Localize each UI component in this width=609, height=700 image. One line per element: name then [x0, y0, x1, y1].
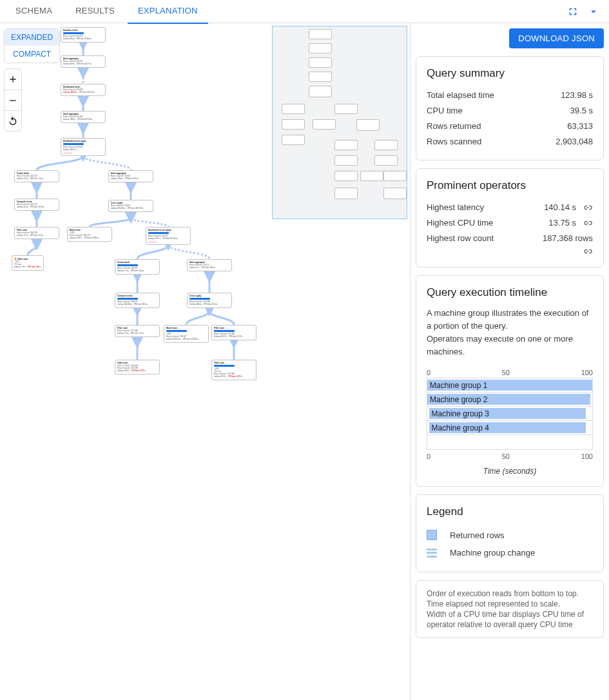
- plan-node[interactable]: Index scanrank_of_worth_snapshotRows ret…: [115, 360, 160, 374]
- tab-results[interactable]: RESULTS: [65, 0, 125, 24]
- view-mode-toggle: EXPANDED COMPACT: [4, 28, 60, 63]
- timeline-tracks: Machine group 1Machine group 2Machine gr…: [427, 378, 593, 450]
- plan-node[interactable]: Hash aggregateRows returned: 74,619Laten…: [108, 170, 153, 182]
- k-cpu-time: CPU time: [427, 103, 570, 119]
- zoom-controls: [4, 68, 22, 131]
- card-prominent-operators: Prominent operators Highest latency 140.…: [416, 168, 604, 267]
- k-rows-scanned: Rows scanned: [427, 134, 556, 150]
- viewmode-compact[interactable]: COMPACT: [5, 46, 59, 63]
- card-query-summary: Query summary Total elapsed time123.98 s…: [416, 56, 604, 160]
- timeline-title: Query execution timeline: [427, 286, 593, 299]
- plan-node[interactable]: Distributed cross applyRows returned: 69…: [61, 138, 106, 156]
- v-highest-latency: 140.14 s: [544, 200, 576, 215]
- plan-node[interactable]: Filter scanRows returned: 187,368Latency…: [115, 325, 160, 337]
- timeline-row: Machine group 2: [427, 393, 592, 407]
- v-highest-cpu: 13.75 s: [548, 215, 576, 231]
- tab-schema[interactable]: SCHEMA: [5, 0, 63, 24]
- plan-node[interactable]: Cross applyRows returned: 74,619Latency:…: [108, 200, 153, 212]
- chevron-down-icon[interactable]: [583, 1, 604, 22]
- k-rows-returned: Rows returned: [427, 119, 567, 134]
- plan-node[interactable]: Hash aggregateRows returned: 63,313Laten…: [61, 55, 106, 68]
- footnote-3: Width of a CPU time bar displays CPU tim…: [427, 609, 593, 630]
- footnote-2: Time elapsed not represented to scale.: [427, 599, 593, 609]
- timeline-bar: Machine group 2: [427, 394, 590, 405]
- query-summary-title: Query summary: [427, 67, 593, 80]
- fullscreen-icon[interactable]: [563, 1, 583, 22]
- zoom-out-button[interactable]: [5, 90, 21, 110]
- timeline-row: Machine group 1: [427, 378, 592, 393]
- k-highest-latency: Highest latency: [427, 200, 544, 215]
- footnote-1: Order of execution reads from bottom to …: [427, 588, 593, 599]
- plan-node[interactable]: Hash aggregateRows returned: 63,300Laten…: [61, 111, 106, 123]
- tab-explanation[interactable]: EXPLANATION: [128, 0, 208, 24]
- timeline-desc-2: Operators may execute on one or more mac…: [427, 334, 573, 356]
- link-icon[interactable]: [583, 202, 593, 213]
- plan-node[interactable]: Compute structRows returned: 163,213Late…: [14, 199, 59, 211]
- legend-item-returned-rows: Returned rows: [450, 530, 505, 540]
- v-total-elapsed: 123.98 s: [561, 88, 593, 103]
- plan-node[interactable]: Distributed unionRows returned: 63,300La…: [61, 84, 106, 96]
- viewmode-expanded[interactable]: EXPANDED: [5, 29, 59, 46]
- plan-node[interactable]: Batch scan::0.B1Rows returned: 163,213La…: [67, 227, 112, 242]
- timeline-bar: Machine group 1: [427, 380, 592, 391]
- plan-node[interactable]: Create batchRows returned: 163,213Latenc…: [14, 170, 59, 182]
- timeline-row: Machine group 3: [427, 407, 592, 421]
- link-icon[interactable]: [583, 246, 593, 257]
- legend-title: Legend: [427, 505, 593, 518]
- download-json-button[interactable]: DOWNLOAD JSON: [509, 28, 604, 48]
- timeline-axis-bottom: 0 50 100: [427, 452, 593, 460]
- k-total-elapsed: Total elapsed time: [427, 88, 561, 103]
- zoom-reset-button[interactable]: [5, 110, 21, 131]
- timeline-bar: Machine group 4: [429, 422, 586, 433]
- timeline-xlabel: Time (seconds): [427, 467, 593, 476]
- v-cpu-time: 39.5 s: [570, 103, 593, 119]
- k-highest-cpu: Highest CPU time: [427, 215, 548, 231]
- plan-node[interactable]: Hash aggregateRows returned: 74,619Laten…: [187, 259, 232, 271]
- timeline-axis-top: 0 50 100: [427, 369, 593, 376]
- legend-swatch-machine-group: [427, 549, 437, 558]
- plan-node[interactable]: Batch scan::0.B1Rows returned: 163,327La…: [164, 325, 209, 343]
- v-rows-returned: 63,313: [567, 119, 593, 134]
- timeline-bar: Machine group 3: [429, 408, 586, 419]
- plan-node[interactable]: Filter scanRows returned: 163,213Latency…: [14, 227, 59, 239]
- card-timeline: Query execution timeline A machine group…: [416, 275, 604, 487]
- plan-node[interactable]: Compute structRows returned: 163,327Late…: [115, 293, 160, 308]
- k-highest-rows: Highest row count: [427, 231, 543, 246]
- zoom-in-button[interactable]: [5, 69, 21, 90]
- prominent-title: Prominent operators: [427, 179, 593, 192]
- timeline-row: Machine group 4: [427, 421, 592, 435]
- plan-node[interactable]: Create batchRows returned: 163,327Latenc…: [115, 259, 160, 275]
- plan-node[interactable]: Cross applyRows returned: 187,368Latency…: [187, 293, 232, 308]
- legend-item-machine-group-change: Machine group change: [450, 548, 535, 558]
- footnote: Order of execution reads from bottom to …: [416, 580, 604, 638]
- link-icon[interactable]: [583, 218, 593, 228]
- plan-node[interactable]: Table scan::0.B27/8 rowsRows returned: 1…: [211, 360, 256, 380]
- v-rows-scanned: 2,903,048: [556, 134, 593, 150]
- card-legend: Legend Returned rows Machine group chang…: [416, 494, 604, 572]
- plan-node[interactable]: Filter scanRows returned: 187,368Latency…: [211, 325, 256, 340]
- legend-swatch-returned-rows: [427, 530, 437, 540]
- v-highest-rows: 187,368 rows: [543, 231, 593, 246]
- plan-node[interactable]: Distributed cross applyRows returned: 52…: [146, 227, 191, 245]
- timeline-desc-1: A machine group illustrates the executio…: [427, 308, 588, 331]
- plan-node[interactable]: Serialize resultRows returned: 63,313Lat…: [61, 27, 106, 43]
- minimap[interactable]: [272, 26, 407, 219]
- plan-node[interactable]: Table scan::0.B27/8 rowsLatency: 1.76 sC…: [12, 255, 44, 271]
